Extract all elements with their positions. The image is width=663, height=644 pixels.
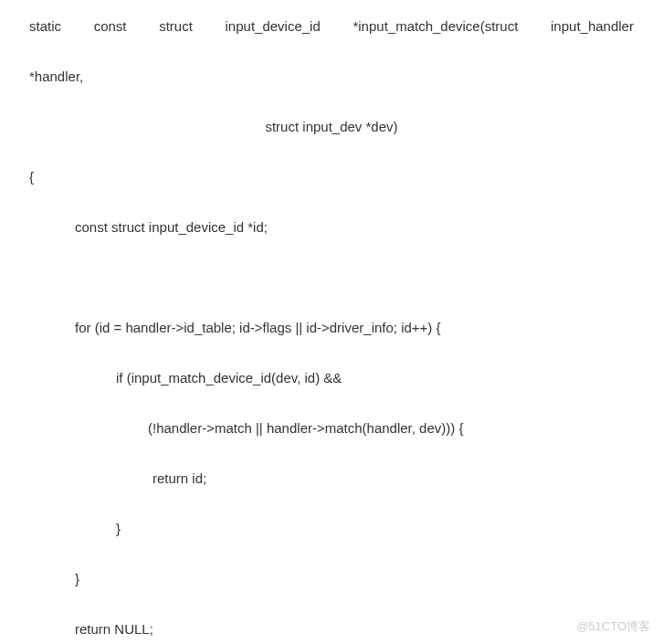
code-line: for (id = handler->id_table; id->flags |… bbox=[29, 318, 634, 337]
code-line: struct input_dev *dev) bbox=[29, 117, 634, 136]
code-line: const struct input_device_id *id; bbox=[29, 217, 634, 237]
code-line: (!handler->match || handler->match(handl… bbox=[29, 418, 634, 438]
code-line: static const struct input_device_id *inp… bbox=[29, 16, 634, 36]
token: input_device_id bbox=[226, 16, 321, 36]
code-line: if (input_match_device_id(dev, id) && bbox=[29, 368, 634, 387]
token: static bbox=[29, 16, 61, 36]
token: input_handler bbox=[551, 16, 634, 36]
code-line: *handler, bbox=[29, 67, 634, 86]
code-line: { bbox=[29, 167, 634, 186]
code-line: } bbox=[29, 519, 634, 538]
code-line: return NULL; bbox=[29, 619, 634, 639]
code-line: return id; bbox=[29, 469, 634, 488]
code-line: } bbox=[29, 569, 634, 588]
token: struct bbox=[159, 16, 193, 36]
token: const bbox=[94, 16, 127, 36]
blank-line bbox=[29, 268, 634, 287]
code-block: static const struct input_device_id *inp… bbox=[29, 16, 634, 644]
watermark-text: @51CTO博客 bbox=[576, 618, 650, 635]
token: *input_match_device(struct bbox=[353, 16, 518, 36]
